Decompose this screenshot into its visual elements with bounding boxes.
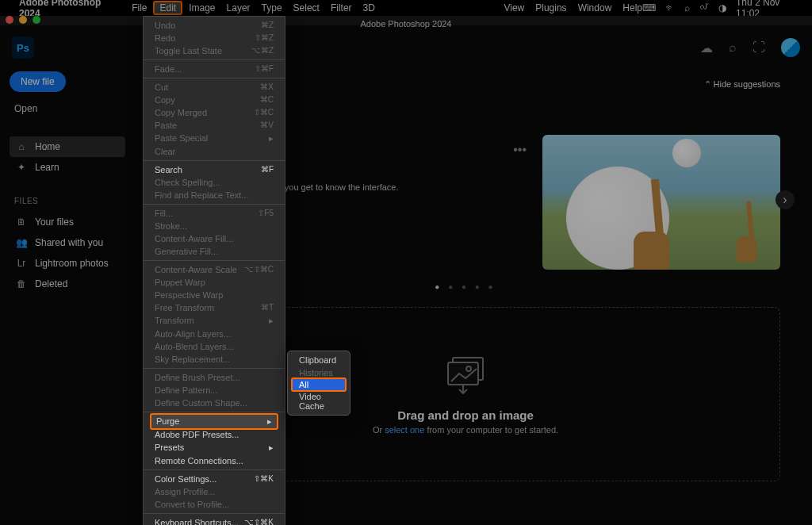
- menu-separator: [144, 204, 285, 205]
- edit-menu-item-adobe-pdf-presets[interactable]: Adobe PDF Presets...: [144, 428, 285, 441]
- edit-menu-item-assign-profile: Assign Profile...: [144, 485, 285, 498]
- menu-separator: [144, 260, 285, 261]
- maximize-window-button[interactable]: [33, 16, 40, 24]
- edit-menu-item-toggle-last-state: Toggle Last State⌥⌘Z: [144, 44, 285, 57]
- menu-3d[interactable]: 3D: [363, 2, 375, 13]
- sidebar-shared[interactable]: 👥 Shared with you: [10, 232, 125, 253]
- edit-menu-item-copy-merged: Copy Merged⇧⌘C: [144, 106, 285, 119]
- macos-menubar: Adobe Photoshop 2024 File Edit Image Lay…: [0, 0, 812, 16]
- edit-menu-item-convert-to-profile: Convert to Profile...: [144, 498, 285, 511]
- purge-submenu-item-clipboard[interactable]: Clipboard: [288, 354, 350, 366]
- menu-edit[interactable]: Edit: [153, 1, 182, 15]
- cloud-icon[interactable]: ☁: [700, 40, 713, 56]
- edit-menu-item-color-settings[interactable]: Color Settings...⇧⌘K: [144, 473, 285, 485]
- sidebar-your-files[interactable]: 🗎 Your files: [10, 212, 125, 232]
- edit-menu-item-content-aware-scale: Content-Aware Scale⌥⇧⌘C: [144, 263, 285, 276]
- gift-icon[interactable]: ⛶: [753, 40, 765, 55]
- purge-submenu: ClipboardHistoriesAllVideo Cache: [287, 351, 350, 416]
- menu-separator: [144, 160, 285, 161]
- edit-menu-item-remote-connections[interactable]: Remote Connections...: [144, 454, 285, 467]
- menu-select[interactable]: Select: [293, 2, 320, 13]
- people-icon: 👥: [16, 237, 27, 248]
- photoshop-logo[interactable]: Ps: [12, 36, 34, 59]
- menu-separator: [144, 513, 285, 514]
- edit-menu-item-sky-replacement: Sky Replacement...: [144, 353, 285, 366]
- edit-menu-item-define-brush-preset: Define Brush Preset...: [144, 371, 285, 384]
- sidebar-home[interactable]: ⌂ Home: [10, 136, 125, 157]
- menu-separator: [144, 368, 285, 369]
- menu-help[interactable]: Help: [622, 2, 642, 13]
- window-traffic-lights: [6, 16, 40, 24]
- sidebar-deleted[interactable]: 🗑 Deleted: [10, 274, 125, 294]
- wifi-icon[interactable]: ᯤ: [665, 2, 675, 13]
- edit-menu-item-content-aware-fill: Content-Aware Fill...: [144, 232, 285, 245]
- learn-icon: ✦: [16, 162, 27, 173]
- edit-menu-item-perspective-warp: Perspective Warp: [144, 289, 285, 301]
- image-stack-icon: [442, 354, 489, 397]
- edit-menu-item-cut: Cut⌘X: [144, 81, 285, 94]
- control-center-icon[interactable]: ᧞: [699, 2, 709, 13]
- dropzone-title: Drag and drop an image: [397, 408, 534, 422]
- banner-image: [542, 135, 780, 270]
- edit-menu-item-clear: Clear: [144, 145, 285, 158]
- edit-menu-item-free-transform: Free Transform⌘T: [144, 301, 285, 314]
- close-window-button[interactable]: [6, 16, 13, 24]
- spotlight-icon[interactable]: ⌕: [684, 2, 690, 13]
- edit-menu-item-purge[interactable]: Purge: [150, 413, 278, 430]
- edit-menu-item-copy: Copy⌘C: [144, 94, 285, 106]
- edit-menu-item-auto-align-layers: Auto-Align Layers...: [144, 328, 285, 340]
- edit-menu-item-paste: Paste⌘V: [144, 119, 285, 132]
- menu-file[interactable]: File: [132, 2, 147, 13]
- edit-menu-item-presets[interactable]: Presets: [144, 441, 285, 454]
- edit-menu-item-generative-fill: Generative Fill...: [144, 245, 285, 258]
- edit-menu-item-puppet-warp: Puppet Warp: [144, 276, 285, 289]
- sidebar-lightroom[interactable]: Lr Lightroom photos: [10, 253, 125, 274]
- edit-menu-dropdown: Undo⌘ZRedo⇧⌘ZToggle Last State⌥⌘ZFade...…: [143, 16, 285, 525]
- edit-menu-item-redo: Redo⇧⌘Z: [144, 32, 285, 44]
- search-icon[interactable]: ⌕: [729, 40, 737, 55]
- siri-icon[interactable]: ◑: [718, 2, 726, 13]
- app-toolbar: Ps ☁ ⌕ ⛶: [0, 32, 812, 63]
- sidebar-home-label: Home: [35, 141, 60, 152]
- edit-menu-item-search[interactable]: Search⌘F: [144, 163, 285, 176]
- edit-menu-item-find-and-replace-text: Find and Replace Text...: [144, 189, 285, 201]
- battery-icon[interactable]: ⌨︎: [642, 2, 656, 13]
- edit-menu-item-paste-special: Paste Special: [144, 132, 285, 145]
- menu-separator: [144, 469, 285, 470]
- edit-menu-item-define-pattern: Define Pattern...: [144, 384, 285, 397]
- sidebar: New file Open ⌂ Home ✦ Learn FILES 🗎 You…: [0, 71, 135, 294]
- select-one-link[interactable]: select one: [385, 425, 424, 435]
- sidebar-learn-label: Learn: [35, 162, 59, 173]
- menu-window[interactable]: Window: [578, 2, 612, 13]
- hide-suggestions-button[interactable]: Hide suggestions: [704, 79, 780, 90]
- menu-separator: [144, 412, 285, 412]
- edit-menu-item-auto-blend-layers: Auto-Blend Layers...: [144, 340, 285, 353]
- purge-submenu-item-video-cache[interactable]: Video Cache: [288, 390, 350, 412]
- banner-next-button[interactable]: ›: [776, 190, 795, 209]
- new-file-button[interactable]: New file: [10, 71, 66, 92]
- menu-separator: [144, 59, 285, 60]
- edit-menu-item-define-custom-shape: Define Custom Shape...: [144, 397, 285, 409]
- edit-menu-item-fade: Fade...⇧⌘F: [144, 63, 285, 75]
- file-icon: 🗎: [16, 217, 27, 228]
- dropzone-subtitle: Or select one from your computer to get …: [373, 425, 558, 435]
- edit-menu-item-fill: Fill...⇧F5: [144, 207, 285, 220]
- home-icon: ⌂: [16, 141, 27, 152]
- banner-overflow-menu[interactable]: •••: [513, 143, 527, 157]
- minimize-window-button[interactable]: [19, 16, 27, 24]
- trash-icon: 🗑: [16, 278, 27, 289]
- menu-filter[interactable]: Filter: [331, 2, 352, 13]
- menu-layer[interactable]: Layer: [227, 2, 251, 13]
- edit-menu-item-keyboard-shortcuts[interactable]: Keyboard Shortcuts...⌥⇧⌘K: [144, 516, 285, 525]
- menu-separator: [144, 78, 285, 79]
- open-button[interactable]: Open: [10, 103, 125, 114]
- sidebar-learn[interactable]: ✦ Learn: [10, 157, 125, 178]
- lightroom-icon: Lr: [16, 258, 27, 269]
- menu-image[interactable]: Image: [189, 2, 215, 13]
- menu-plugins[interactable]: Plugins: [535, 2, 566, 13]
- edit-menu-item-stroke: Stroke...: [144, 220, 285, 232]
- menu-type[interactable]: Type: [262, 2, 282, 13]
- user-avatar[interactable]: [781, 38, 800, 57]
- edit-menu-item-undo: Undo⌘Z: [144, 19, 285, 32]
- menu-view[interactable]: View: [504, 2, 524, 13]
